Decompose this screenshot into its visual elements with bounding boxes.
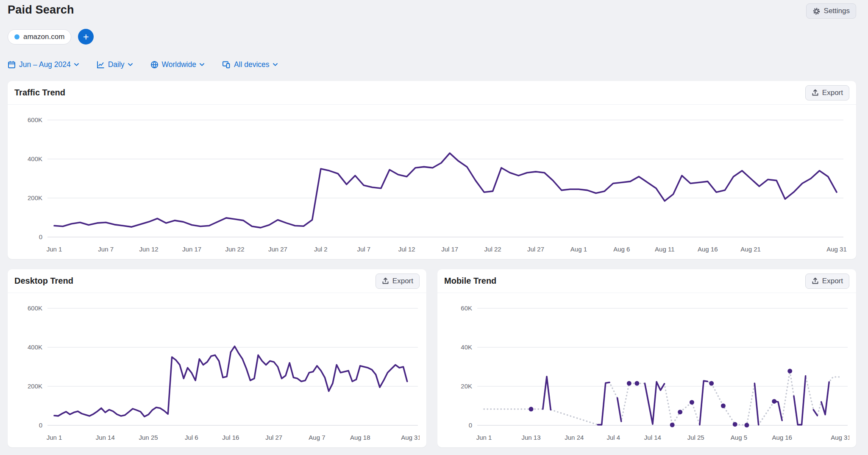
date-range-filter[interactable]: Jun – Aug 2024 [8, 60, 79, 69]
svg-text:Jun 24: Jun 24 [565, 434, 584, 441]
svg-text:Aug 31: Aug 31 [826, 246, 847, 253]
svg-text:Jun 14: Jun 14 [96, 434, 115, 441]
domain-chip-row: amazon.com + [8, 29, 94, 45]
svg-text:Aug 6: Aug 6 [613, 246, 630, 253]
export-label: Export [822, 89, 843, 97]
svg-text:Aug 18: Aug 18 [350, 434, 370, 441]
mobile-card-header: Mobile Trend Export [437, 269, 856, 293]
chevron-down-icon [200, 63, 204, 66]
svg-text:Jul 4: Jul 4 [606, 434, 620, 441]
svg-text:Jul 22: Jul 22 [484, 246, 501, 253]
svg-text:Aug 1: Aug 1 [570, 246, 587, 253]
traffic-card-header: Traffic Trend Export [8, 81, 856, 105]
svg-text:Jul 14: Jul 14 [644, 434, 661, 441]
settings-label: Settings [824, 7, 850, 15]
chevron-down-icon [273, 63, 278, 66]
svg-text:Jun 25: Jun 25 [139, 434, 158, 441]
desktop-trend-chart: 0200K400K600KJun 1Jun 14Jun 25Jul 6Jul 1… [8, 293, 426, 447]
export-label: Export [392, 277, 413, 285]
svg-text:200K: 200K [28, 194, 42, 201]
svg-text:Aug 16: Aug 16 [698, 246, 718, 253]
desktop-card-header: Desktop Trend Export [8, 269, 426, 293]
date-range-label: Jun – Aug 2024 [19, 60, 71, 69]
svg-text:Jun 27: Jun 27 [268, 246, 287, 253]
export-icon [382, 277, 389, 285]
svg-text:40K: 40K [461, 343, 472, 351]
domain-color-dot [14, 34, 19, 39]
svg-text:0: 0 [39, 422, 42, 429]
mobile-card-title: Mobile Trend [444, 276, 496, 286]
traffic-trend-chart: 0200K400K600KJun 1Jun 7Jun 12Jun 17Jun 2… [8, 105, 856, 258]
domain-chip[interactable]: amazon.com [8, 29, 71, 45]
mobile-trend-card: Mobile Trend Export 020K40K60KJun 1Jun 1… [437, 269, 856, 447]
svg-text:Jun 22: Jun 22 [225, 246, 244, 253]
settings-button[interactable]: Settings [806, 3, 856, 19]
svg-text:Jul 6: Jul 6 [185, 434, 198, 441]
calendar-icon [8, 61, 16, 69]
mobile-export-button[interactable]: Export [805, 274, 849, 289]
svg-text:600K: 600K [28, 116, 42, 123]
svg-text:Aug 11: Aug 11 [655, 246, 674, 253]
svg-text:Aug 16: Aug 16 [772, 434, 792, 441]
chevron-down-icon [74, 63, 79, 66]
mobile-trend-chart: 020K40K60KJun 1Jun 13Jun 24Jul 4Jul 14Ju… [437, 293, 856, 447]
svg-text:Jun 13: Jun 13 [522, 434, 541, 441]
svg-text:Jul 7: Jul 7 [357, 246, 370, 253]
svg-text:Aug 7: Aug 7 [309, 434, 325, 441]
svg-text:Aug 31: Aug 31 [401, 434, 420, 441]
svg-text:200K: 200K [28, 382, 42, 390]
svg-text:Aug 21: Aug 21 [740, 246, 761, 253]
svg-text:Jun 17: Jun 17 [182, 246, 201, 253]
chevron-down-icon [128, 63, 133, 66]
svg-text:Aug 5: Aug 5 [731, 434, 747, 441]
desktop-trend-card: Desktop Trend Export 0200K400K600KJun 1J… [8, 269, 426, 447]
svg-text:Jul 25: Jul 25 [687, 434, 704, 441]
traffic-card-title: Traffic Trend [14, 88, 65, 98]
svg-text:Jul 17: Jul 17 [441, 246, 458, 253]
gear-icon [812, 7, 821, 15]
svg-text:Jun 1: Jun 1 [476, 434, 492, 441]
svg-text:400K: 400K [28, 155, 42, 162]
line-chart-icon [97, 61, 105, 69]
traffic-trend-card: Traffic Trend Export 0200K400K600KJun 1J… [8, 81, 856, 259]
export-icon [812, 89, 819, 96]
svg-text:Jun 12: Jun 12 [139, 246, 159, 253]
svg-text:Jul 12: Jul 12 [398, 246, 415, 253]
export-label: Export [822, 277, 843, 285]
svg-text:0: 0 [39, 233, 42, 240]
granularity-label: Daily [108, 60, 125, 69]
location-filter[interactable]: Worldwide [150, 60, 204, 69]
devices-icon [222, 61, 231, 69]
svg-text:Jun 1: Jun 1 [47, 246, 62, 253]
domain-label: amazon.com [23, 33, 64, 41]
svg-text:Jul 27: Jul 27 [527, 246, 544, 253]
svg-text:Aug 31: Aug 31 [831, 434, 849, 441]
svg-text:0: 0 [469, 422, 472, 429]
svg-text:600K: 600K [28, 304, 42, 312]
filter-row: Jun – Aug 2024 Daily Worldwide [8, 60, 278, 69]
svg-text:Jun 1: Jun 1 [47, 434, 62, 441]
export-icon [812, 277, 819, 285]
svg-text:20K: 20K [461, 382, 472, 390]
svg-text:Jul 2: Jul 2 [314, 246, 328, 253]
svg-text:Jul 27: Jul 27 [265, 434, 282, 441]
page-title: Paid Search [8, 3, 74, 17]
svg-text:Jul 16: Jul 16 [222, 434, 239, 441]
desktop-export-button[interactable]: Export [376, 274, 420, 289]
svg-text:Jun 7: Jun 7 [98, 246, 114, 253]
granularity-filter[interactable]: Daily [97, 60, 133, 69]
location-label: Worldwide [162, 60, 196, 69]
traffic-export-button[interactable]: Export [805, 85, 849, 100]
desktop-card-title: Desktop Trend [14, 276, 73, 286]
globe-icon [150, 61, 159, 69]
svg-text:60K: 60K [461, 304, 472, 312]
svg-text:400K: 400K [28, 343, 42, 351]
devices-filter[interactable]: All devices [222, 60, 278, 69]
devices-label: All devices [234, 60, 270, 69]
add-domain-button[interactable]: + [78, 29, 94, 45]
